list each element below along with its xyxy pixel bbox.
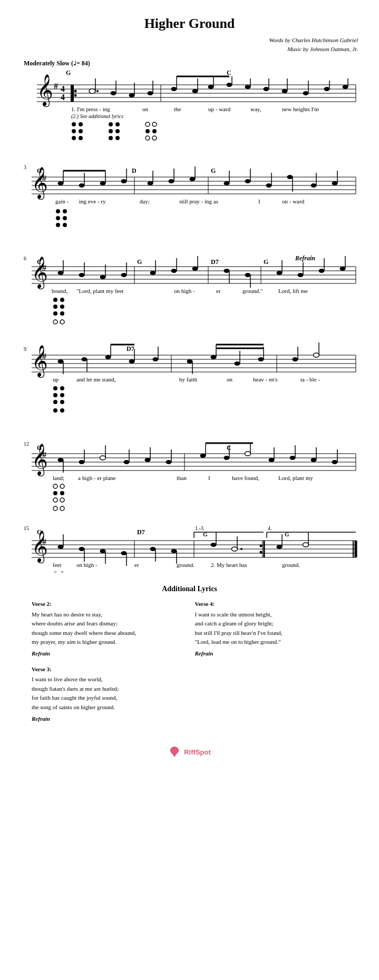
svg-point-103 <box>245 179 251 183</box>
svg-text:Lord, plant my: Lord, plant my <box>278 475 313 481</box>
svg-point-148 <box>150 271 156 275</box>
svg-point-66 <box>115 136 120 140</box>
svg-point-192 <box>58 359 64 364</box>
svg-text:1. I'm press - ing: 1. I'm press - ing <box>71 106 110 112</box>
svg-point-45 <box>343 85 348 89</box>
svg-text:day;: day; <box>140 198 150 204</box>
svg-text:and let me stand,: and let me stand, <box>76 376 116 383</box>
svg-point-228 <box>53 393 57 397</box>
svg-text:up: up <box>53 376 59 383</box>
svg-text:up - ward: up - ward <box>208 106 231 112</box>
svg-text:𝄞: 𝄞 <box>32 444 48 477</box>
svg-point-16 <box>89 89 95 94</box>
svg-point-340 <box>53 572 57 572</box>
svg-point-305 <box>58 545 64 549</box>
svg-point-244 <box>58 458 64 462</box>
music-notation: Moderately Slow (♩= 84) G C 𝄞 # 4 4 <box>21 56 358 574</box>
svg-text:on - ward: on - ward <box>282 198 305 204</box>
svg-text:feet: feet <box>53 562 61 568</box>
svg-text:"Lord, plant my feet: "Lord, plant my feet <box>76 288 123 294</box>
svg-text:way,: way, <box>250 106 261 112</box>
additional-lyrics-section: Additional Lyrics Verse 2: My heart has … <box>21 585 358 730</box>
svg-point-252 <box>145 458 151 462</box>
svg-point-327 <box>260 551 263 554</box>
svg-point-71 <box>145 136 150 140</box>
svg-point-62 <box>115 122 120 126</box>
svg-point-281 <box>53 491 57 495</box>
svg-point-98 <box>190 177 196 181</box>
svg-point-166 <box>340 267 346 271</box>
svg-point-31 <box>208 85 214 89</box>
verse3-title: Verse 3: <box>32 665 184 674</box>
svg-text:6: 6 <box>24 256 26 261</box>
verse3-text: I want to live above the world,though Sa… <box>32 675 184 712</box>
svg-point-107 <box>287 175 293 179</box>
svg-point-23 <box>148 91 153 95</box>
svg-point-226 <box>53 386 57 390</box>
svg-point-67 <box>145 122 150 126</box>
svg-text:D: D <box>132 167 137 174</box>
svg-point-143 <box>100 275 106 279</box>
svg-point-204 <box>187 359 193 364</box>
svg-point-162 <box>298 273 304 277</box>
svg-point-139 <box>58 271 64 275</box>
svg-point-309 <box>100 549 106 553</box>
svg-text:Lord, lift me: Lord, lift me <box>278 288 308 294</box>
svg-point-69 <box>145 129 150 133</box>
svg-text:4: 4 <box>61 84 65 93</box>
svg-point-330 <box>303 543 309 547</box>
svg-point-279 <box>53 484 57 488</box>
svg-point-63 <box>109 129 113 133</box>
svg-point-201 <box>153 357 159 361</box>
svg-point-175 <box>53 298 57 302</box>
verse3-refrain: Refrain <box>32 714 184 724</box>
svg-text:G: G <box>285 531 289 537</box>
svg-point-145 <box>121 273 127 277</box>
svg-point-268 <box>311 458 317 462</box>
svg-text:land;: land; <box>53 475 64 481</box>
svg-text:#: # <box>42 450 46 459</box>
svg-point-264 <box>269 458 275 462</box>
svg-point-196 <box>105 355 111 359</box>
svg-point-121 <box>63 209 67 213</box>
svg-point-230 <box>53 400 57 404</box>
svg-point-311 <box>121 551 127 555</box>
svg-point-105 <box>266 183 272 188</box>
svg-text:heav - en's: heav - en's <box>253 376 278 383</box>
svg-text:on high -: on high - <box>76 562 98 568</box>
svg-text:new heights I'm: new heights I'm <box>282 106 319 112</box>
svg-point-229 <box>60 393 64 397</box>
svg-point-231 <box>60 400 64 404</box>
svg-text:Refrain: Refrain <box>295 254 315 262</box>
svg-text:er: er <box>134 562 139 568</box>
svg-text:ing eve - ry: ing eve - ry <box>79 198 106 204</box>
svg-point-101 <box>224 181 230 185</box>
svg-text:D7: D7 <box>127 345 134 352</box>
svg-text:1.-3.: 1.-3. <box>195 525 205 531</box>
svg-point-70 <box>152 129 157 133</box>
svg-point-37 <box>264 87 269 91</box>
svg-point-72 <box>152 136 157 140</box>
svg-text:15: 15 <box>24 525 29 531</box>
svg-point-15 <box>74 94 77 97</box>
svg-text:gain -: gain - <box>55 198 69 204</box>
svg-text:bound,: bound, <box>52 288 68 294</box>
svg-point-125 <box>63 223 67 227</box>
svg-text:#: # <box>42 174 46 183</box>
svg-point-120 <box>56 209 60 213</box>
svg-point-176 <box>60 298 64 302</box>
svg-point-328 <box>277 545 283 549</box>
additional-lyrics-heading: Additional Lyrics <box>32 585 347 593</box>
svg-text:still pray - ing as: still pray - ing as <box>179 198 218 204</box>
verse2-refrain: Refrain <box>32 649 184 659</box>
svg-text:G: G <box>264 258 268 266</box>
svg-point-39 <box>282 89 288 93</box>
svg-point-182 <box>60 320 64 324</box>
svg-point-88 <box>100 181 106 185</box>
svg-point-28 <box>192 89 198 93</box>
svg-text:G: G <box>203 531 208 537</box>
svg-point-283 <box>53 498 57 502</box>
svg-point-307 <box>79 547 85 551</box>
svg-point-18 <box>96 90 99 92</box>
svg-point-194 <box>82 357 88 361</box>
